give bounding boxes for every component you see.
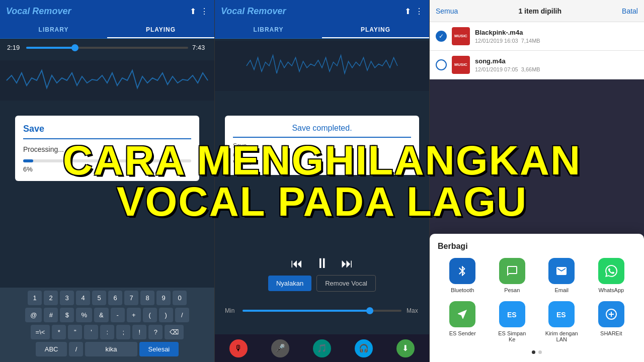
vol-track[interactable] bbox=[243, 310, 401, 312]
share-item-email[interactable]: Email bbox=[544, 258, 579, 293]
kb-key-quote2[interactable]: ' bbox=[84, 325, 98, 339]
kb-key-quote1[interactable]: " bbox=[68, 325, 82, 339]
share-item-bluetooth[interactable]: Bluetooth bbox=[445, 258, 480, 293]
share-item-shareit[interactable]: SHAREit bbox=[594, 301, 629, 342]
save-completed-title: Save completed. bbox=[233, 124, 411, 133]
nav-icon-music[interactable]: 🎵 bbox=[313, 339, 331, 357]
share-row-2: ES Sender ES ES Simpan Ke ES bbox=[438, 301, 636, 342]
file-item-2[interactable]: ✓ MUSIC song.m4a 12/01/2019 07:05 3,66MB bbox=[430, 51, 644, 79]
save-percent: 6% bbox=[23, 165, 191, 173]
nav-icon-record[interactable]: 🎙 bbox=[229, 339, 248, 357]
kb-key-2[interactable]: 2 bbox=[44, 291, 58, 305]
save-completed-dialog: Save completed. Save /0/ Voca... bbox=[225, 116, 419, 175]
file-name-1: Blackpink-.m4a bbox=[475, 29, 638, 36]
pause-button[interactable]: ⏸ bbox=[315, 255, 329, 272]
file-checkbox-1[interactable]: ✓ bbox=[436, 31, 447, 42]
time-current: 2:19 bbox=[7, 44, 22, 51]
nav-icon-headphone[interactable]: 🎧 bbox=[355, 339, 373, 357]
rewind-button[interactable]: ⏮ bbox=[291, 256, 303, 270]
vol-thumb bbox=[366, 307, 373, 314]
progress-track[interactable] bbox=[26, 47, 188, 49]
kb-key-backspace[interactable]: ⌫ bbox=[165, 325, 184, 339]
save-dialog-title: Save bbox=[23, 124, 191, 134]
file-icon-1: MUSIC bbox=[452, 27, 470, 45]
keyboard: 1 2 3 4 5 6 7 8 9 0 @ # $ % & - + ( ) bbox=[0, 288, 214, 362]
kb-key-percent[interactable]: % bbox=[76, 308, 92, 322]
tab-library-1[interactable]: LIBRARY bbox=[0, 22, 107, 38]
header-batal[interactable]: Batal bbox=[622, 7, 638, 15]
file-info-1: Blackpink-.m4a 12/01/2019 16:03 7,14MB bbox=[475, 29, 638, 44]
nav-icon-mic[interactable]: 🎤 bbox=[271, 339, 289, 357]
panel2-appbar-icons: ⬆ ⋮ bbox=[405, 7, 423, 16]
kb-key-semicolon[interactable]: ; bbox=[116, 325, 130, 339]
tab-library-2[interactable]: LIBRARY bbox=[215, 22, 322, 38]
kb-key-backslash[interactable]: =\< bbox=[31, 325, 50, 339]
file-checkbox-2[interactable]: ✓ bbox=[436, 59, 447, 70]
tab-playing-2[interactable]: PLAYING bbox=[322, 22, 429, 38]
kb-key-colon[interactable]: : bbox=[100, 325, 114, 339]
kb-key-enter[interactable]: Selesai bbox=[139, 342, 179, 356]
kb-key-8[interactable]: 8 bbox=[140, 291, 154, 305]
es-simpan-icon: ES bbox=[499, 301, 525, 327]
nav-icon-download[interactable]: ⬇ bbox=[396, 339, 415, 357]
kb-key-plus[interactable]: + bbox=[127, 308, 141, 322]
whatsapp-icon bbox=[598, 258, 624, 284]
kb-key-fwd-slash[interactable]: / bbox=[69, 342, 83, 356]
kb-key-3[interactable]: 3 bbox=[60, 291, 74, 305]
file-info-2: song.m4a 12/01/2019 07:05 3,66MB bbox=[475, 57, 638, 72]
dot-inactive bbox=[538, 350, 542, 354]
whatsapp-label: WhatsApp bbox=[598, 287, 624, 293]
panel2-title: Vocal Remover bbox=[221, 6, 286, 17]
share-title: Berbagi bbox=[438, 242, 636, 251]
btn-nyalakan[interactable]: Nyalakan bbox=[268, 276, 311, 291]
header-semua[interactable]: Semua bbox=[436, 7, 458, 15]
waveform-2 bbox=[215, 41, 429, 91]
waveform bbox=[0, 60, 214, 101]
kb-key-star[interactable]: * bbox=[52, 325, 66, 339]
kb-key-5[interactable]: 5 bbox=[92, 291, 106, 305]
bottom-nav: 🎙 🎤 🎵 🎧 ⬇ bbox=[215, 334, 429, 362]
share-item-es-sender[interactable]: ES Sender bbox=[445, 301, 480, 342]
kb-key-amp[interactable]: & bbox=[94, 308, 109, 322]
kb-key-minus[interactable]: - bbox=[111, 308, 125, 322]
kb-key-lparen[interactable]: ( bbox=[143, 308, 157, 322]
shareit-label: SHAREit bbox=[600, 330, 622, 336]
dot-active bbox=[532, 350, 535, 354]
kb-key-space[interactable]: kika bbox=[85, 342, 137, 356]
panel-1: Vocal Remover ⬆ ⋮ LIBRARY PLAYING 2:19 7… bbox=[0, 0, 214, 362]
share-item-whatsapp[interactable]: WhatsApp bbox=[594, 258, 629, 293]
kb-key-7[interactable]: 7 bbox=[124, 291, 138, 305]
progress-fill bbox=[26, 47, 75, 49]
kb-key-rparen[interactable]: ) bbox=[159, 308, 173, 322]
save-path: Save /0/ Voca... bbox=[233, 142, 411, 167]
kb-key-6[interactable]: 6 bbox=[108, 291, 122, 305]
kb-key-abc[interactable]: ABC bbox=[36, 342, 67, 356]
email-label: Email bbox=[554, 287, 569, 293]
share-item-kirim[interactable]: ES Kirim dengan LAN bbox=[544, 301, 579, 342]
kb-key-4[interactable]: 4 bbox=[76, 291, 90, 305]
kb-row-numbers: 1 2 3 4 5 6 7 8 9 0 bbox=[2, 291, 212, 305]
vocal-controls: Nyalakan Remove Vocal bbox=[215, 275, 429, 292]
btn-remove-vocal[interactable]: Remove Vocal bbox=[316, 275, 376, 292]
kb-key-0[interactable]: 0 bbox=[173, 291, 187, 305]
es-simpan-label: ES Simpan Ke bbox=[495, 330, 530, 342]
forward-button[interactable]: ⏭ bbox=[341, 256, 353, 270]
kb-key-at[interactable]: @ bbox=[25, 308, 42, 322]
share-item-pesan[interactable]: Pesan bbox=[495, 258, 530, 293]
kirim-label: Kirim dengan LAN bbox=[544, 330, 579, 342]
panel2-tabs: LIBRARY PLAYING bbox=[215, 22, 429, 39]
file-item-1[interactable]: ✓ MUSIC Blackpink-.m4a 12/01/2019 16:03 … bbox=[430, 22, 644, 51]
kb-key-9[interactable]: 9 bbox=[156, 291, 171, 305]
svg-text:ES: ES bbox=[507, 311, 517, 319]
kb-key-slash[interactable]: / bbox=[175, 308, 189, 322]
tab-playing-1[interactable]: PLAYING bbox=[107, 22, 214, 38]
kb-key-exclaim[interactable]: ! bbox=[132, 325, 146, 339]
kb-key-dollar[interactable]: $ bbox=[60, 308, 74, 322]
share-item-es-simpan[interactable]: ES ES Simpan Ke bbox=[495, 301, 530, 342]
bluetooth-label: Bluetooth bbox=[451, 287, 474, 293]
kb-key-1[interactable]: 1 bbox=[28, 291, 42, 305]
kb-key-hash[interactable]: # bbox=[44, 308, 58, 322]
panel1-appbar: Vocal Remover ⬆ ⋮ bbox=[0, 0, 214, 22]
kb-key-question[interactable]: ? bbox=[148, 325, 163, 339]
share-icon: ⬆ bbox=[190, 7, 196, 16]
